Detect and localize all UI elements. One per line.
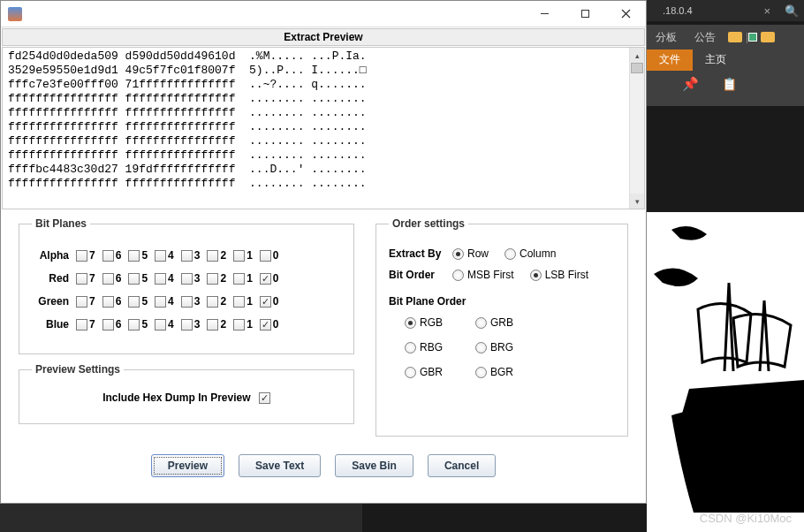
checkbox-red-3[interactable] [181, 273, 193, 285]
bitplane-row-red: Red76543210 [32, 272, 341, 285]
java-icon [8, 7, 22, 21]
checkbox-red-0[interactable] [260, 273, 271, 285]
checkbox-red-1[interactable] [233, 273, 245, 285]
extract-by-radio-row[interactable] [452, 248, 464, 260]
folder-icon-2[interactable] [761, 32, 775, 42]
checkbox-alpha-2[interactable] [207, 250, 218, 262]
checkbox-alpha-1[interactable] [233, 250, 245, 262]
checkbox-green-0[interactable] [260, 296, 271, 308]
bit-order-radio-lsb-first[interactable] [530, 270, 542, 281]
bit-plane-order-radio-grb[interactable] [475, 317, 487, 329]
bit-plane-order-option-gbr[interactable]: GBR [405, 366, 475, 378]
checkbox-red-6[interactable] [102, 273, 114, 285]
background-titlebar: .18.0.4 × 🔍 [647, 0, 804, 21]
checkbox-alpha-4[interactable] [155, 250, 166, 262]
bit-label-3: 3 [194, 318, 201, 331]
bit-plane-order-radio-rgb[interactable] [405, 317, 416, 329]
hex-dump-text[interactable]: fd254d0d0deda509 d590dd50dd49610d .%M...… [3, 48, 629, 209]
checkbox-blue-0[interactable] [260, 319, 271, 331]
bit-label-3: 3 [194, 272, 201, 285]
pin-icon[interactable]: 📌 [682, 76, 699, 92]
preview-button[interactable]: Preview [151, 454, 224, 477]
checkbox-green-2[interactable] [207, 296, 218, 308]
checkbox-green-5[interactable] [128, 296, 140, 308]
maximize-button[interactable] [565, 1, 605, 27]
scrollbar[interactable]: ▴ ▾ [629, 48, 644, 209]
extract-by-option-row[interactable]: Row [452, 247, 489, 260]
bit-plane-order-label: GRB [490, 316, 513, 329]
checkbox-alpha-3[interactable] [181, 250, 193, 262]
bit-label-4: 4 [168, 295, 174, 308]
checkbox-alpha-6[interactable] [102, 250, 114, 262]
bit-label-7: 7 [89, 318, 95, 331]
save-bin-button[interactable]: Save Bin [335, 454, 413, 477]
checkbox-blue-5[interactable] [128, 319, 140, 331]
bit-plane-order-radio-brg[interactable] [475, 342, 487, 353]
section-header: Extract Preview [2, 28, 645, 46]
checkbox-blue-1[interactable] [233, 319, 245, 331]
scroll-down-icon[interactable]: ▾ [630, 194, 644, 209]
extract-by-radio-column[interactable] [504, 248, 516, 260]
bit-order-option-lsb-first[interactable]: LSB First [530, 269, 588, 281]
bit-label-6: 6 [116, 318, 122, 331]
scroll-up-icon[interactable]: ▴ [630, 48, 644, 63]
cancel-button[interactable]: Cancel [428, 454, 496, 477]
save-text-button[interactable]: Save Text [239, 454, 321, 477]
bit-plane-order-radio-bgr[interactable] [475, 367, 487, 378]
checkbox-alpha-0[interactable] [260, 250, 271, 262]
checkbox-alpha-7[interactable] [76, 250, 87, 262]
scroll-thumb[interactable] [631, 63, 643, 73]
bit-plane-order-option-rgb[interactable]: RGB [405, 316, 475, 329]
background-toolbar: 分板 公告 | 文件 主页 📌 📋 [647, 25, 804, 106]
bit-label-6: 6 [116, 249, 122, 262]
titlebar[interactable] [1, 1, 646, 27]
bit-plane-order-option-bgr[interactable]: BGR [475, 366, 546, 378]
subtab-file[interactable]: 文件 [647, 49, 693, 71]
checkbox-green-7[interactable] [76, 296, 87, 308]
checkbox-blue-2[interactable] [207, 319, 218, 331]
bg-tab-fenban[interactable]: 分板 [647, 30, 686, 45]
preview-settings-group: Preview Settings Include Hex Dump In Pre… [19, 363, 354, 424]
checkbox-red-7[interactable] [76, 273, 87, 285]
close-button[interactable] [605, 1, 646, 27]
extract-by-label: Column [520, 247, 556, 260]
ip-text: .18.0.4 [652, 5, 758, 16]
checkbox-green-6[interactable] [102, 296, 114, 308]
include-hex-checkbox[interactable] [259, 392, 270, 404]
bit-label-7: 7 [89, 272, 95, 285]
bit-plane-order-radio-rbg[interactable] [405, 342, 416, 353]
checkbox-red-5[interactable] [128, 273, 140, 285]
channel-label-green: Green [32, 295, 76, 308]
checkbox-red-2[interactable] [207, 273, 218, 285]
extract-by-option-column[interactable]: Column [504, 247, 556, 260]
checkbox-blue-7[interactable] [76, 319, 87, 331]
copy-icon[interactable]: 📋 [722, 77, 737, 91]
bit-plane-order-option-brg[interactable]: BRG [475, 341, 546, 353]
bit-plane-order-label: BGR [490, 366, 513, 378]
bit-order-option-msb-first[interactable]: MSB First [452, 269, 514, 281]
checkbox-blue-6[interactable] [102, 319, 114, 331]
bit-order-radio-msb-first[interactable] [452, 270, 464, 281]
checkbox-green-4[interactable] [155, 296, 166, 308]
bit-label-6: 6 [116, 295, 122, 308]
checkbox-green-1[interactable] [233, 296, 245, 308]
checkbox-icon[interactable] [748, 33, 757, 42]
subtab-home[interactable]: 主页 [693, 49, 739, 71]
checkbox-blue-4[interactable] [155, 319, 166, 331]
checkbox-red-4[interactable] [155, 273, 166, 285]
checkbox-alpha-5[interactable] [128, 250, 140, 262]
checkbox-green-3[interactable] [181, 296, 193, 308]
bit-plane-order-option-rbg[interactable]: RBG [405, 341, 475, 353]
search-icon[interactable]: 🔍 [776, 4, 799, 18]
minimize-button[interactable] [524, 1, 565, 27]
bit-plane-order-radio-gbr[interactable] [405, 367, 416, 378]
bit-label-7: 7 [89, 295, 95, 308]
bit-label-5: 5 [141, 318, 148, 331]
bg-close-icon[interactable]: × [758, 4, 776, 18]
checkbox-blue-3[interactable] [181, 319, 193, 331]
order-settings-legend: Order settings [389, 217, 468, 230]
bit-label-2: 2 [220, 249, 226, 262]
bit-plane-order-option-grb[interactable]: GRB [475, 316, 546, 329]
bg-tab-gonggao[interactable]: 公告 [686, 30, 724, 45]
folder-icon[interactable] [728, 32, 742, 42]
